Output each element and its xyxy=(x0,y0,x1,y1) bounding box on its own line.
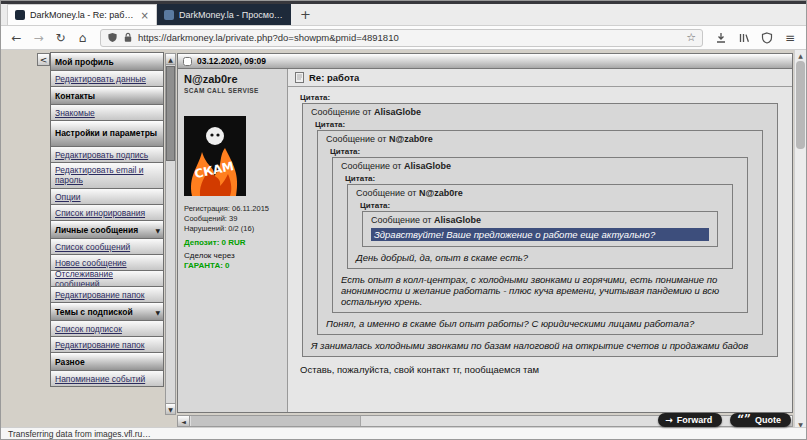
quote-box-level3: Сообщение от AlisaGlobe Цитата: Сообщени… xyxy=(332,157,748,313)
message-subject: Re: работа xyxy=(309,72,359,83)
author-deals-label: Сделок через xyxy=(184,251,281,261)
new-tab-button[interactable]: + xyxy=(291,4,320,25)
page-content: < Мой профиль Редактировать данные Конта… xyxy=(1,50,806,429)
sidebar-item-edit-signature[interactable]: Редактировать подпись xyxy=(50,146,164,163)
tab-label: DarkMoney.la - Просмотр пр… xyxy=(179,10,284,20)
author-message-count: Сообщений: 39 xyxy=(184,214,281,224)
inner-vertical-scrollbar[interactable]: ▲ ▼ xyxy=(165,53,176,415)
scrollbar-thumb[interactable] xyxy=(166,66,175,161)
message-body: Оставь, пожалуйста, свой контакт тг, поо… xyxy=(300,364,782,375)
quoted-author[interactable]: AlisaGlobe xyxy=(404,161,451,171)
quote-box-level1: Сообщение от AlisaGlobe Цитата: Сообщени… xyxy=(302,103,778,357)
forward-arrow-icon: → xyxy=(665,415,673,425)
message-subject-row: Re: работа xyxy=(288,69,792,87)
quote-button[interactable]: “” Quote xyxy=(730,413,791,427)
scrollbar-thumb[interactable] xyxy=(191,416,361,426)
account-shield-icon[interactable] xyxy=(757,28,777,47)
download-icon[interactable] xyxy=(711,28,731,47)
shield-icon[interactable] xyxy=(107,32,118,43)
library-icon[interactable] xyxy=(734,28,754,47)
scrollbar-thumb[interactable] xyxy=(796,61,805,149)
sidebar-header-contacts[interactable]: Контакты xyxy=(50,86,164,105)
post-icon xyxy=(295,72,304,83)
quoted-text-selected: Здравствуйте! Ваше предложение о работе … xyxy=(371,228,709,241)
usercp-sidebar: Мой профиль Редактировать данные Контакт… xyxy=(50,53,164,387)
quote-label: Цитата: xyxy=(345,174,739,183)
author-username[interactable]: N@zab0re xyxy=(184,73,281,85)
reload-icon[interactable]: ↻ xyxy=(51,28,70,47)
sidebar-item-ignore-list[interactable]: Список игнорирования xyxy=(50,204,164,221)
site-favicon xyxy=(15,10,25,20)
tab-label: DarkMoney.la - Re: работа xyxy=(30,10,134,20)
menu-icon[interactable]: ≡ xyxy=(780,28,800,47)
chevron-down-icon: ▼ xyxy=(155,308,160,315)
post-date: 03.12.2020, 09:09 xyxy=(197,56,266,66)
private-message-panel: 03.12.2020, 09:09 N@zab0re SCAM CALL SER… xyxy=(177,53,793,413)
sidebar-header-misc[interactable]: Разное xyxy=(50,352,164,371)
status-bar: Transferring data from images.vfl.ru… xyxy=(1,427,806,439)
quote-label: Цитата: xyxy=(315,120,769,129)
quote-box-level5: Сообщение от AlisaGlobe Здравствуйте! Ва… xyxy=(362,211,718,247)
quoted-author[interactable]: AlisaGlobe xyxy=(374,107,421,117)
bookmark-star-icon[interactable]: ☆ xyxy=(686,31,696,44)
sidebar-item-edit-folders[interactable]: Редактирование папок xyxy=(50,286,164,303)
sidebar-item-new-message[interactable]: Новое сообщение xyxy=(50,254,164,271)
author-deposit: Депозит: 0 RUR xyxy=(184,238,281,248)
author-info-column: N@zab0re SCAM CALL SERVISE СКАМ Регистра… xyxy=(178,69,288,412)
browser-window: DarkMoney.la - Re: работа × DarkMoney.la… xyxy=(0,0,807,440)
reply-actions: → Forward “” Quote xyxy=(658,413,791,427)
sidebar-item-edit-email-password[interactable]: Редактировать email и пароль xyxy=(50,162,164,189)
lock-icon xyxy=(123,32,133,43)
quote-box-level4: Сообщение от N@zab0re Цитата: Сообщение … xyxy=(347,184,733,269)
quoted-author[interactable]: N@zab0re xyxy=(389,134,433,144)
quoted-author[interactable]: N@zab0re xyxy=(419,188,463,198)
quoted-text: Есть опыт в колл-центрах, с холодными зв… xyxy=(341,274,739,307)
chevron-down-icon: ▼ xyxy=(155,226,160,233)
select-post-checkbox[interactable] xyxy=(183,57,192,66)
quote-box-level2: Сообщение от N@zab0re Цитата: Сообщение … xyxy=(317,130,763,335)
sidebar-item-edit-folders-2[interactable]: Редактирование папок xyxy=(50,336,164,353)
scroll-up-icon[interactable]: ▲ xyxy=(166,54,175,65)
sidebar-header-my-profile[interactable]: Мой профиль xyxy=(50,52,164,71)
scroll-left-icon[interactable]: ◄ xyxy=(178,416,190,426)
sidebar-item-options[interactable]: Опции xyxy=(50,188,164,205)
quote-marks-icon: “” xyxy=(737,416,751,424)
author-guarantor-deals[interactable]: ГАРАНТА: 0 xyxy=(184,261,281,271)
site-favicon xyxy=(164,10,174,20)
scroll-down-icon[interactable]: ▼ xyxy=(166,403,175,414)
close-tab-icon[interactable]: × xyxy=(141,10,149,21)
forward-button[interactable]: → Forward xyxy=(658,413,722,427)
sidebar-item-message-list[interactable]: Список сообщений xyxy=(50,238,164,255)
sidebar-header-private-messages[interactable]: Личные сообщения▼ xyxy=(50,220,164,239)
quoted-text: День добрый, да, опыт в скаме есть? xyxy=(356,252,724,263)
browser-vertical-scrollbar[interactable]: ▲ ▼ xyxy=(794,50,806,429)
author-violations: Нарушений: 0/2 (16) xyxy=(184,224,281,234)
sidebar-item-friends[interactable]: Знакомые xyxy=(50,104,164,121)
quote-label: Цитата: xyxy=(360,201,724,210)
sidebar-collapse-button[interactable]: < xyxy=(37,53,50,66)
sidebar-item-edit-data[interactable]: Редактировать данные xyxy=(50,70,164,87)
sidebar-item-subscription-list[interactable]: Список подписок xyxy=(50,320,164,337)
sidebar-header-subscribed-threads[interactable]: Темы с подпиской▼ xyxy=(50,302,164,321)
quoted-author[interactable]: AlisaGlobe xyxy=(434,215,481,225)
tab-background[interactable]: DarkMoney.la - Просмотр пр… xyxy=(157,4,291,25)
author-registered: Регистрация: 06.11.2015 xyxy=(184,204,281,214)
quoted-text: Я занималась холодными звонками по базам… xyxy=(311,340,769,351)
quote-label: Цитата: xyxy=(300,93,784,102)
url-bar[interactable]: ☆ xyxy=(100,29,703,47)
author-user-title: SCAM CALL SERVISE xyxy=(184,87,281,94)
post-header-bar: 03.12.2020, 09:09 xyxy=(178,54,792,69)
navigation-bar: ← → ↻ ⌂ ☆ ≡ xyxy=(1,26,806,50)
author-avatar[interactable]: СКАМ xyxy=(184,116,246,196)
back-icon[interactable]: ← xyxy=(7,28,26,47)
quote-label: Цитата: xyxy=(330,147,754,156)
message-content: Цитата: Сообщение от AlisaGlobe Цитата: … xyxy=(288,87,792,378)
tab-active[interactable]: DarkMoney.la - Re: работа × xyxy=(7,4,157,25)
sidebar-item-message-tracking[interactable]: Отслеживание сообщений xyxy=(50,270,164,287)
sidebar-header-settings[interactable]: Настройки и параметры xyxy=(50,120,164,147)
url-input[interactable] xyxy=(138,32,681,43)
home-icon[interactable]: ⌂ xyxy=(73,28,92,47)
sidebar-item-event-reminders[interactable]: Напоминание событий xyxy=(50,370,164,387)
forward-icon[interactable]: → xyxy=(29,28,48,47)
scroll-up-icon[interactable]: ▲ xyxy=(795,50,806,60)
